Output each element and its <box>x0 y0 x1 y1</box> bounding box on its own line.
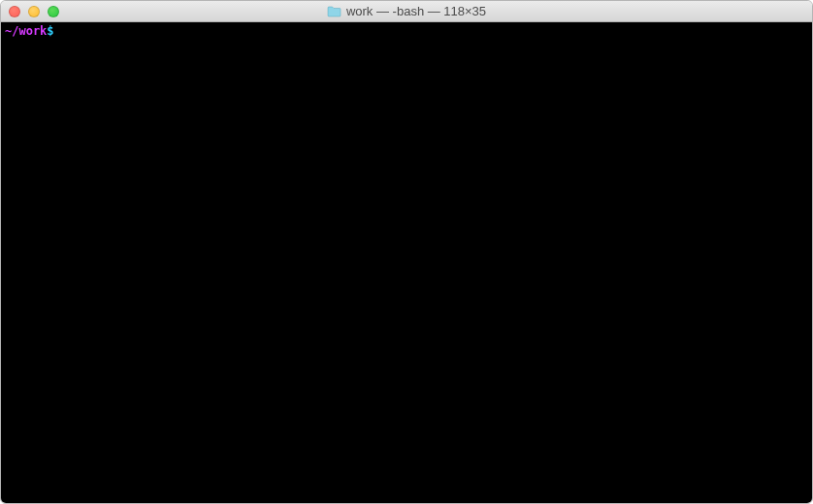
zoom-button[interactable] <box>48 6 59 17</box>
prompt-symbol: $ <box>47 24 53 38</box>
cursor <box>54 25 61 38</box>
window-title: work — -bash — 118×35 <box>327 4 486 18</box>
terminal-body[interactable]: ~/work$ <box>1 22 812 503</box>
terminal-window: work — -bash — 118×35 ~/work$ <box>0 0 813 504</box>
traffic-lights <box>1 1 59 21</box>
window-title-text: work — -bash — 118×35 <box>346 4 486 18</box>
prompt-line: ~/work$ <box>5 24 808 38</box>
titlebar[interactable]: work — -bash — 118×35 <box>1 1 812 22</box>
close-button[interactable] <box>9 6 20 17</box>
prompt-path: ~/work <box>5 24 47 38</box>
minimize-button[interactable] <box>28 6 40 17</box>
folder-icon <box>327 6 341 17</box>
